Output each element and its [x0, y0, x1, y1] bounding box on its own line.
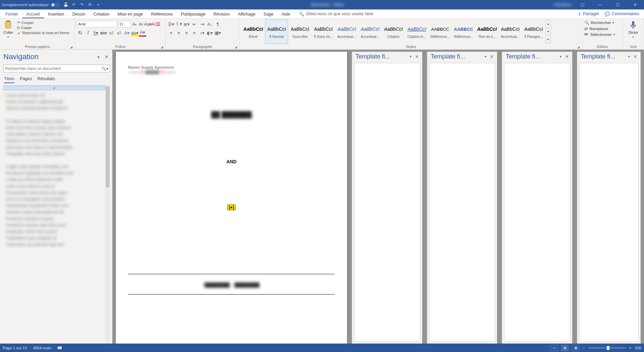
bold-button[interactable]: G [77, 29, 84, 37]
tab-view[interactable]: Affichage [234, 9, 259, 18]
tpl-dropdown-icon[interactable]: ▾ [410, 54, 412, 59]
tell-me-search[interactable]: 🔍 Dites-nous ce que vous voulez faire [294, 9, 578, 18]
clear-format-icon[interactable]: A⌫ [152, 20, 159, 28]
maximize-icon[interactable]: ☐ [611, 0, 624, 9]
nav-dropdown-icon[interactable]: ▾ [95, 54, 102, 60]
tpl-close-icon[interactable]: ✕ [414, 54, 420, 59]
template-body[interactable] [429, 63, 495, 342]
zoom-slider[interactable] [588, 347, 626, 349]
style-item[interactable]: AaBbCcIÉlevé [242, 19, 265, 44]
zoom-value[interactable]: 100 [635, 346, 641, 350]
zoom-thumb-icon[interactable] [607, 346, 609, 350]
dialog-launcher-icon[interactable]: ◢ [577, 45, 580, 49]
style-item[interactable]: AaBbCcI¶ Sans int... [312, 19, 335, 44]
tab-create[interactable]: Création [89, 9, 113, 18]
line-spacing-icon[interactable]: ↕▾ [198, 29, 206, 37]
style-item[interactable]: AaBbCcI¶ Normal [265, 19, 288, 44]
styles-gallery-more[interactable]: ▴▾▾ [545, 20, 551, 43]
nav-jump-top[interactable]: ▴ [3, 86, 105, 90]
status-page[interactable]: Page 1 sur 13 [3, 346, 27, 350]
dialog-launcher-icon[interactable]: ◢ [234, 45, 237, 49]
template-body[interactable] [579, 63, 639, 342]
bullets-icon[interactable]: ☰▾ [167, 20, 175, 28]
style-item[interactable]: AaBbCcI¶ Paragra... [522, 19, 545, 44]
dialog-launcher-icon[interactable]: ◢ [69, 45, 73, 49]
format-painter-button[interactable]: 🖌Reproduire la mise en forme [17, 30, 70, 35]
template-body[interactable] [504, 63, 570, 342]
tab-sage[interactable]: Sage [259, 9, 277, 18]
underline-button[interactable]: S▾ [92, 29, 100, 37]
style-item[interactable]: AaBbCcIAccentuat... [499, 19, 522, 44]
autosave-toggle[interactable]: Enregistrement automatique [2, 3, 60, 7]
borders-icon[interactable]: ▦▾ [214, 29, 221, 37]
qat-dropdown-icon[interactable]: ▾ [95, 2, 101, 7]
sort-icon[interactable]: A↓ [206, 20, 214, 28]
scrollbar-thumb-icon[interactable] [106, 86, 110, 188]
tab-help[interactable]: Aide [278, 9, 294, 18]
dictate-button[interactable]: Dicter ▾ [626, 19, 640, 39]
style-item[interactable]: AaBbCcICitation in... [405, 19, 428, 44]
tab-review[interactable]: Révision [210, 9, 234, 18]
dialog-launcher-icon[interactable]: ◢ [160, 45, 164, 49]
comments-button[interactable]: 💬 Commentaires [605, 11, 639, 17]
chevron-up-icon[interactable]: ▴ [546, 20, 551, 28]
select-button[interactable]: ⭆Sélectionner▾ [584, 32, 617, 37]
superscript-button[interactable]: x2 [115, 29, 123, 37]
tab-layout[interactable]: Mise en page [113, 9, 147, 18]
tab-file[interactable]: Fichier [1, 9, 22, 18]
change-case-icon[interactable]: Aa▾ [144, 20, 152, 28]
align-center-icon[interactable]: ≡ [175, 29, 183, 37]
view-web-icon[interactable]: ▦ [572, 345, 579, 351]
nav-tab-pages[interactable]: Pages [20, 76, 32, 83]
tpl-close-icon[interactable]: ✕ [564, 54, 570, 59]
increase-indent-icon[interactable]: ⇥ [198, 20, 206, 28]
template-body[interactable] [354, 63, 420, 342]
ribbon-display-icon[interactable]: ▢ [576, 0, 589, 9]
tpl-dropdown-icon[interactable]: ▾ [560, 54, 562, 59]
tpl-dropdown-icon[interactable]: ▾ [485, 54, 487, 59]
user-name[interactable]: Utilisateur [554, 2, 572, 7]
replace-button[interactable]: ⇄Remplacer [584, 26, 617, 31]
text-effects-icon[interactable]: A▾ [123, 29, 131, 37]
zoom-in-icon[interactable]: + [629, 346, 631, 350]
shading-icon[interactable]: ◐▾ [206, 29, 214, 37]
zoom-out-icon[interactable]: − [583, 346, 585, 350]
document-page[interactable]: Master Supply Agreement Lorem █████ ipsu… [116, 52, 347, 344]
tab-insert[interactable]: Insertion [44, 9, 68, 18]
nav-scrollbar[interactable] [105, 86, 110, 344]
strike-button[interactable]: abc [100, 29, 107, 37]
tab-references[interactable]: Références [147, 9, 177, 18]
nav-items-blurred[interactable]: Lorem ipsum dolor sitAmet consectetur ad… [3, 90, 110, 250]
sync-icon[interactable]: ⟳ [87, 2, 93, 7]
italic-button[interactable]: I [84, 29, 92, 37]
cut-button[interactable]: ✂Couper [17, 20, 70, 25]
align-left-icon[interactable]: ≡ [167, 29, 175, 37]
style-item[interactable]: AaBbCcITitre du li... [475, 19, 498, 44]
tab-mailings[interactable]: Publipostage [177, 9, 209, 18]
nav-search[interactable]: 🔍▾ [3, 65, 110, 72]
highlight-icon[interactable]: ab▾ [131, 29, 138, 37]
nav-tab-titles[interactable]: Titres [4, 76, 15, 83]
share-button[interactable]: ⇧ Partager [578, 11, 599, 17]
style-item[interactable]: AABBCCRéférence... [429, 19, 452, 44]
status-words[interactable]: 4854 mots [33, 346, 51, 350]
search-icon[interactable]: 🔍▾ [101, 66, 108, 71]
subscript-button[interactable]: x2 [108, 29, 115, 37]
redo-icon[interactable]: ↷ [79, 2, 85, 7]
decrease-indent-icon[interactable]: ⇤ [191, 20, 198, 28]
nav-search-input[interactable] [5, 66, 101, 71]
shrink-font-icon[interactable]: A▾ [138, 20, 144, 28]
minimize-icon[interactable]: — [593, 0, 607, 9]
tpl-close-icon[interactable]: ✕ [489, 54, 495, 59]
view-print-icon[interactable]: ▤ [561, 345, 568, 351]
tpl-dropdown-icon[interactable]: ▾ [628, 54, 630, 59]
grow-font-icon[interactable]: A▴ [131, 20, 137, 28]
tab-home[interactable]: Accueil [22, 9, 44, 18]
style-item[interactable]: AaBbCcIAccentuat... [335, 19, 358, 44]
font-color-icon[interactable]: A▾ [139, 29, 146, 37]
font-name-select[interactable] [77, 21, 117, 27]
close-icon[interactable]: ✕ [628, 0, 642, 9]
style-item[interactable]: AaBbCcIAccentuat... [359, 19, 382, 44]
style-item[interactable]: AaBbCcICitation [382, 19, 405, 44]
tab-design[interactable]: Dessin [68, 9, 89, 18]
